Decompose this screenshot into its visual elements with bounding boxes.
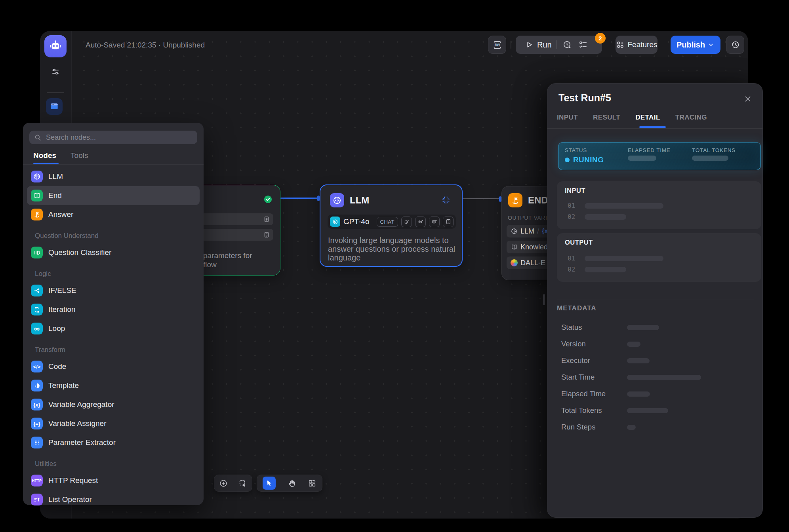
active-tab-underline [639,126,666,128]
publish-button[interactable]: Publish [671,36,720,54]
select-frame-icon [238,479,247,488]
variable-aggregator-icon: {x} [31,399,43,410]
node-item-label: Iteration [48,305,76,314]
autosave-status: Auto-Saved 21:02:35 · Unpublished [86,41,205,49]
tab-detail[interactable]: DETAIL [635,114,660,122]
node-item-if-else[interactable]: IF/ELSE [27,281,200,300]
node-item-code[interactable]: </> Code [27,357,200,376]
node-item-template[interactable]: Template [27,376,200,395]
section-header-logic: Logic [27,267,200,281]
add-node-button[interactable] [219,479,228,488]
version-history-button[interactable] [726,36,744,54]
checklist-button[interactable] [578,40,588,49]
input-row-1: 01 [568,202,663,209]
tab-tracing[interactable]: TRACING [675,114,707,122]
selector-tabs: Nodes Tools [33,151,88,160]
hand-icon [288,479,296,488]
node-item-end[interactable]: End [27,186,200,205]
search-input[interactable] [45,133,192,142]
panel-window-icon[interactable] [46,98,63,115]
llm-node-icon [330,193,344,207]
app-logo-robot-icon[interactable] [44,35,67,57]
node-item-question-classifier[interactable]: Question Classifier [27,243,200,262]
status-value: RUNING [565,156,604,164]
run-panel-tabs: INPUT RESULT DETAIL TRACING [557,114,707,122]
question-classifier-icon [31,247,43,258]
node-item-llm[interactable]: LLM [27,167,200,186]
node-item-loop[interactable]: ∞ Loop [27,319,200,338]
section-header-utilities: Utilities [27,457,200,471]
llm-var-icon [511,228,518,235]
section-header-transform: Transform [27,343,200,357]
document-capability-icon [443,217,454,227]
meta-row-total-tokens: Total Tokens [561,402,753,419]
variable-assigner-icon: {=} [31,418,43,429]
node-item-variable-aggregator[interactable]: {x} Variable Aggregator [27,395,200,414]
node-item-list-operator[interactable]: List Operator [27,490,200,509]
start-variable-row[interactable] [196,213,273,225]
search-icon [34,134,42,141]
close-button[interactable] [743,95,752,103]
organize-blocks-button[interactable] [308,479,316,488]
toolbar-divider [47,92,64,93]
search-box[interactable] [29,131,197,144]
window-icon [49,101,59,112]
metadata-divider [557,300,754,300]
tab-nodes[interactable]: Nodes [33,151,56,160]
llm-node[interactable]: LLM GPT-4o CHAT [320,184,463,267]
iteration-icon [31,304,43,315]
block-selector-panel: Nodes Tools LLM End Answer [23,123,204,505]
canvas-mode-tools [257,475,322,492]
edge-start-to-llm [280,198,320,199]
chat-mode-tag: CHAT [377,217,398,227]
node-item-label: Answer [48,210,73,219]
node-item-http-request[interactable]: HTTP HTTP Request [27,471,200,490]
panel-resize-handle[interactable] [543,294,545,305]
run-history-preview-button[interactable] [562,40,572,49]
elapsed-time-value [628,156,656,161]
if-else-icon [31,285,43,296]
history-icon [730,40,740,49]
section-header-question-understand: Question Understand [27,229,200,243]
loop-icon: ∞ [31,323,43,334]
tab-input[interactable]: INPUT [557,114,578,122]
total-tokens-value [692,156,728,161]
hand-mode-button[interactable] [288,479,296,488]
metadata-rows: Status Version Executor Start Time Elaps… [561,319,753,435]
dalle-icon [511,259,518,266]
elapsed-time-label: ELAPSED TIME [628,147,671,153]
node-item-label: End [48,191,62,200]
status-label: STATUS [565,147,587,153]
meta-row-start-time: Start Time [561,369,753,386]
model-selector[interactable]: GPT-4o CHAT [328,215,456,229]
output-row-1: 01 [568,255,663,262]
model-name: GPT-4o [343,217,369,226]
node-item-parameter-extractor[interactable]: Parameter Extractor [27,433,200,452]
node-item-iteration[interactable]: Iteration [27,300,200,319]
env-variables-button[interactable]: ENV [488,36,506,54]
start-variable-row[interactable] [196,229,273,241]
robot-icon [48,39,63,54]
video-capability-icon [429,217,440,227]
topbar-divider [511,41,511,49]
tabs-divider [547,128,762,129]
features-button[interactable]: Features [616,36,658,54]
node-item-answer[interactable]: Answer [27,205,200,224]
env-icon: ENV [492,40,503,50]
meta-row-version: Version [561,336,753,352]
test-run-panel: Test Run#5 INPUT RESULT DETAIL TRACING S… [547,83,763,518]
pointer-mode-button-active[interactable] [263,477,276,490]
add-note-button[interactable] [238,479,247,488]
tab-result[interactable]: RESULT [593,114,620,122]
status-dot-icon [565,158,570,162]
preferences-sliders-icon[interactable] [51,67,60,76]
tab-tools[interactable]: Tools [71,151,88,160]
meta-row-elapsed-time: Elapsed Time [561,386,753,402]
active-tab-underline [33,163,59,164]
canvas-add-tools [214,475,252,492]
node-item-label: Variable Assigner [48,419,106,428]
run-button[interactable]: Run [525,40,552,49]
node-item-variable-assigner[interactable]: {=} Variable Assigner [27,414,200,433]
llm-icon [31,171,43,182]
layout-grid-icon [308,479,316,488]
